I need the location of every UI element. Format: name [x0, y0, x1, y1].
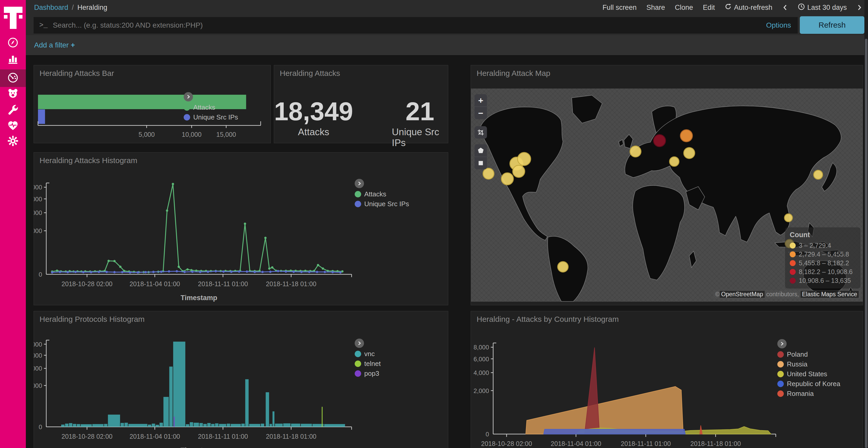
- telekom-logo[interactable]: [4, 7, 23, 29]
- sidebar-item-monitoring[interactable]: [0, 85, 26, 103]
- svg-text:2018-11-18 01:00: 2018-11-18 01:00: [266, 280, 316, 287]
- legend-collapse-icon[interactable]: [355, 179, 364, 188]
- world-map[interactable]: + − Count 3 – 2,729.42,729.4: [471, 89, 863, 302]
- sidebar-item-health[interactable]: [0, 117, 26, 135]
- crop-fit-icon[interactable]: [474, 126, 487, 139]
- legend-item-attacks[interactable]: Attacks: [355, 190, 409, 198]
- chart-legend: PolandRussiaUnited StatesRepublic of Kor…: [777, 339, 840, 398]
- map-legend-label: 2,729.4 – 5,455.8: [799, 250, 849, 258]
- map-legend-row-4: 10,908.6 – 13,635: [790, 276, 856, 285]
- metric-unique-src-ips: 21 Unique Src IPs: [392, 98, 448, 148]
- legend-item-poland[interactable]: Poland: [777, 350, 840, 358]
- legend-item-united-states[interactable]: United States: [777, 370, 840, 378]
- elastic-maps-service-link[interactable]: Elastic Maps Service: [801, 291, 859, 298]
- map-legend-row-3: 8,182.2 – 10,908.6: [790, 267, 856, 276]
- legend-collapse-icon[interactable]: [184, 92, 193, 101]
- clone-button[interactable]: Clone: [675, 4, 693, 12]
- time-range-picker[interactable]: Last 30 days: [798, 3, 847, 12]
- share-button[interactable]: Share: [646, 4, 665, 12]
- panel-title: Heralding Attack Map: [476, 69, 550, 78]
- attack-bubble-brazil[interactable]: [557, 261, 568, 273]
- sidebar-item-management[interactable]: [0, 133, 26, 150]
- attack-bubble-poland[interactable]: [653, 134, 666, 147]
- time-back-button[interactable]: [782, 4, 788, 11]
- legend-item-russia[interactable]: Russia: [777, 360, 840, 368]
- filter-bar: Add a filter +: [26, 35, 868, 56]
- options-link[interactable]: Options: [766, 21, 791, 29]
- svg-text:0: 0: [39, 423, 42, 430]
- svg-text:5,000: 5,000: [138, 131, 155, 138]
- polygon-draw-icon[interactable]: [474, 144, 487, 157]
- edit-button[interactable]: Edit: [703, 4, 715, 12]
- refresh-button[interactable]: Refresh: [800, 16, 864, 34]
- time-forward-button[interactable]: [857, 4, 862, 11]
- sidebar-item-dev-tools[interactable]: [0, 102, 26, 119]
- svg-text:4,000: 4,000: [34, 209, 42, 216]
- legend-label: Romania: [787, 390, 814, 398]
- scrollbar-thumb[interactable]: [865, 39, 867, 448]
- query-prompt-icon: >_: [39, 22, 48, 29]
- legend-dot: [777, 381, 784, 387]
- sidebar-item-discover[interactable]: [0, 34, 26, 52]
- svg-text:10,000: 10,000: [182, 131, 202, 138]
- panel-heralding-attacks-histogram: Heralding Attacks Histogram 02,0004,0006…: [34, 152, 448, 305]
- legend-label: Unique Src IPs: [193, 113, 238, 121]
- svg-text:2018-11-18 01:00: 2018-11-18 01:00: [690, 440, 741, 447]
- legend-dot: [355, 201, 361, 207]
- legend-item-telnet[interactable]: telnet: [355, 360, 381, 368]
- map-attribution: © OpenStreetMap contributors, Elastic Ma…: [713, 290, 861, 299]
- svg-text:6,000: 6,000: [473, 356, 489, 363]
- chart-legend: AttacksUnique Src IPs: [355, 179, 409, 208]
- full-screen-button[interactable]: Full screen: [602, 4, 637, 12]
- rectangle-draw-icon[interactable]: [474, 157, 487, 169]
- breadcrumb-dashboard-link[interactable]: Dashboard: [34, 4, 68, 12]
- zoom-out-button[interactable]: −: [474, 107, 487, 119]
- legend-collapse-icon[interactable]: [777, 339, 786, 348]
- nav-actions: Full screen Share Clone Edit Auto-refres…: [602, 3, 868, 12]
- contributors-text: contributors,: [765, 291, 801, 298]
- zoom-in-button[interactable]: +: [474, 94, 487, 107]
- legend-label: Poland: [787, 350, 808, 358]
- metric-row: 18,349 Attacks 21 Unique Src IPs: [274, 98, 448, 148]
- attack-bubble-vietnam[interactable]: [784, 213, 793, 222]
- openstreetmap-link[interactable]: OpenStreetMap: [720, 291, 765, 298]
- map-zoom-controls: + −: [474, 94, 487, 119]
- legend-collapse-icon[interactable]: [355, 339, 364, 348]
- metric-attacks: 18,349 Attacks: [274, 98, 353, 148]
- panel-heralding-attacks-bar: Heralding Attacks Bar 5,00010,00015,000 …: [34, 65, 271, 143]
- map-legend-row-0: 3 – 2,729.4: [790, 241, 856, 250]
- legend-item-vnc[interactable]: vnc: [355, 350, 381, 358]
- attack-bubble-france[interactable]: [629, 145, 642, 158]
- svg-text:0: 0: [486, 431, 489, 438]
- legend-label: telnet: [364, 360, 381, 368]
- legend-label: Attacks: [364, 190, 386, 198]
- compass-icon: [7, 36, 19, 50]
- search-input[interactable]: [52, 21, 766, 30]
- attack-bubble-ukraine[interactable]: [683, 147, 695, 159]
- panel-title: Heralding Attacks: [280, 69, 340, 78]
- map-legend-dot: [790, 260, 796, 266]
- attack-bubble-us-northeast[interactable]: [517, 152, 531, 166]
- attack-bubble-us-southeast[interactable]: [501, 172, 514, 185]
- legend-item-republic-of-korea[interactable]: Republic of Korea: [777, 380, 840, 388]
- auto-refresh-button[interactable]: Auto-refresh: [724, 3, 772, 12]
- legend-item-unique-src-ips[interactable]: Unique Src IPs: [355, 200, 409, 208]
- legend-label: Russia: [787, 360, 807, 368]
- legend-item-attacks[interactable]: Attacks: [184, 103, 238, 111]
- legend-item-pop3[interactable]: pop3: [355, 370, 381, 377]
- gauge-icon: [7, 71, 19, 85]
- metric-value: 21: [406, 98, 434, 124]
- svg-text:2018-11-04 01:00: 2018-11-04 01:00: [129, 280, 180, 287]
- plus-icon: +: [71, 41, 75, 49]
- svg-text:2018-11-04 01:00: 2018-11-04 01:00: [129, 433, 180, 440]
- legend-item-unique-src-ips[interactable]: Unique Src IPs: [184, 113, 238, 121]
- metric-label: Attacks: [298, 127, 329, 138]
- attacks-histogram-chart[interactable]: 02,0004,0006,0008,0002018-10-28 02:00201…: [34, 152, 448, 305]
- add-filter-link[interactable]: Add a filter +: [34, 41, 75, 49]
- sidebar-item-dashboard[interactable]: [0, 69, 26, 87]
- legend-item-romania[interactable]: Romania: [777, 390, 840, 398]
- protocols-histogram-chart[interactable]: 02,0004,0006,0008,0002018-10-28 02:00201…: [34, 311, 448, 448]
- sidebar-item-visualize[interactable]: [0, 50, 26, 68]
- attack-bubble-south-korea[interactable]: [813, 170, 823, 180]
- svg-text:2,000: 2,000: [473, 387, 489, 394]
